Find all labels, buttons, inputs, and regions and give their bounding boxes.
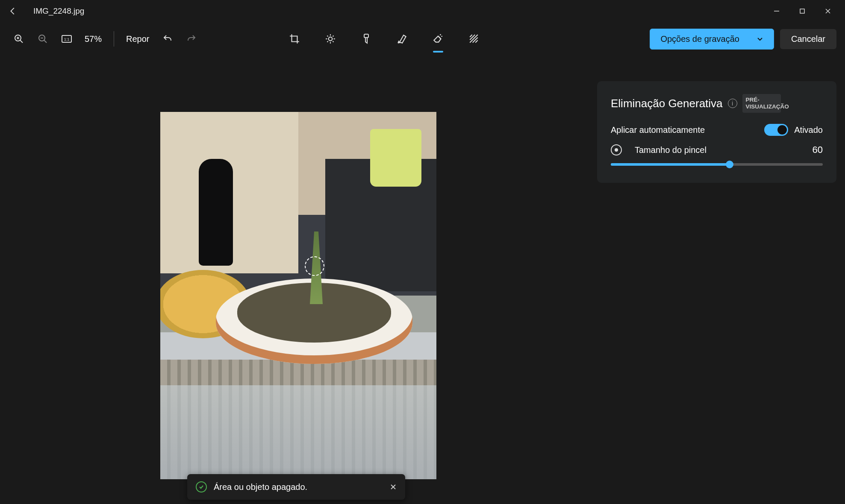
toast-message: Área ou objeto apagado. <box>214 482 307 492</box>
success-icon <box>196 481 207 492</box>
svg-line-9 <box>44 40 47 43</box>
maximize-button[interactable] <box>789 3 815 20</box>
auto-apply-toggle[interactable] <box>764 124 788 136</box>
toast-notification: Área ou objeto apagado. <box>187 474 405 500</box>
file-name: IMG_2248.jpg <box>33 6 84 16</box>
svg-rect-1 <box>800 9 804 13</box>
edited-image[interactable] <box>160 112 436 479</box>
preview-badge: PRÉ-VISUALIZAÇÃO <box>742 94 781 113</box>
background-tool[interactable] <box>464 29 484 49</box>
main-area: Área ou objeto apagado. Eliminação Gener… <box>0 56 845 504</box>
toolbar: 1:1 57% Repor Opções <box>0 22 845 56</box>
zoom-out-icon[interactable] <box>32 29 53 49</box>
brush-target-icon <box>611 144 622 155</box>
zoom-in-icon[interactable] <box>9 29 29 49</box>
svg-text:1:1: 1:1 <box>64 37 70 41</box>
undo-icon[interactable] <box>157 29 178 49</box>
svg-rect-22 <box>364 34 368 38</box>
minimize-button[interactable] <box>764 3 789 20</box>
adjust-tool[interactable] <box>320 29 341 49</box>
auto-apply-state: Ativado <box>794 125 823 135</box>
save-options-button[interactable]: Opções de gravação <box>650 29 774 50</box>
canvas-area[interactable]: Área ou objeto apagado. <box>0 56 597 504</box>
zoom-percent[interactable]: 57% <box>80 34 106 44</box>
svg-point-13 <box>328 37 332 41</box>
reset-button[interactable]: Repor <box>122 34 153 44</box>
save-options-label: Opções de gravação <box>660 34 739 44</box>
fit-to-screen-icon[interactable]: 1:1 <box>56 29 77 49</box>
auto-apply-label: Aplicar automaticamente <box>611 125 705 135</box>
close-button[interactable] <box>815 3 841 20</box>
svg-line-20 <box>327 41 328 42</box>
filter-tool[interactable] <box>356 29 377 49</box>
markup-tool[interactable] <box>392 29 412 49</box>
cancel-button[interactable]: Cancelar <box>780 29 836 49</box>
svg-line-21 <box>333 35 333 36</box>
panel-title: Eliminação Generativa <box>611 97 723 110</box>
back-button[interactable] <box>4 3 21 20</box>
separator <box>114 31 114 47</box>
slider-thumb[interactable] <box>726 161 733 168</box>
brush-size-value: 60 <box>813 144 823 155</box>
svg-line-5 <box>20 40 23 43</box>
toast-close-button[interactable] <box>390 483 397 490</box>
chevron-down-icon <box>757 35 763 42</box>
info-icon[interactable]: i <box>728 99 737 108</box>
crop-tool[interactable] <box>284 29 305 49</box>
brush-size-label: Tamanho do pincel <box>635 145 707 155</box>
brush-cursor <box>305 256 324 276</box>
redo-icon[interactable] <box>181 29 202 49</box>
erase-tool[interactable] <box>428 29 448 49</box>
side-panel: Eliminação Generativa i PRÉ-VISUALIZAÇÃO… <box>597 81 836 183</box>
svg-line-18 <box>327 35 328 36</box>
svg-line-19 <box>333 41 333 42</box>
brush-size-slider[interactable] <box>611 163 823 166</box>
titlebar: IMG_2248.jpg <box>0 0 845 22</box>
